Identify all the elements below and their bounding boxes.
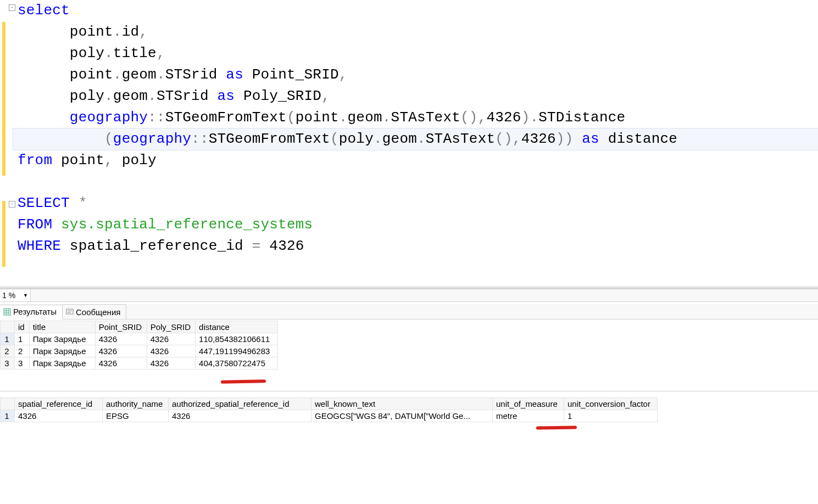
code-line[interactable]: FROM sys.spatial_reference_systems [18,214,818,236]
col-poly-srid[interactable]: Poly_SRID [147,321,195,333]
table-row[interactable]: 3 3 Парк Зарядье 4326 4326 404,375807224… [1,357,278,369]
cell-uom[interactable]: metre [493,410,564,422]
zoom-value: 1 % [2,291,15,300]
col-auth[interactable]: authority_name [103,398,169,410]
col-rownum[interactable] [1,321,15,333]
col-ucf[interactable]: unit_conversion_factor [564,398,658,410]
change-marker [2,201,5,267]
status-bar: 1 % ▼ [0,289,818,302]
cell-wkt[interactable]: GEOGCS["WGS 84", DATUM["World Ge... [311,410,493,422]
tab-results[interactable]: Результаты [0,305,63,320]
cell-distance[interactable]: 110,854382106611 [196,333,278,345]
cell-point-srid[interactable]: 4326 [95,333,147,345]
cell-point-srid[interactable]: 4326 [95,357,147,369]
col-title[interactable]: title [29,321,95,333]
cell-id[interactable]: 1 [15,333,30,345]
col-point-srid[interactable]: Point_SRID [95,321,147,333]
col-uom[interactable]: unit_of_measure [493,398,564,410]
table-row[interactable]: 1 4326 EPSG 4326 GEOGCS["WGS 84", DATUM[… [1,410,658,422]
sql-editor[interactable]: - - select point.id, poly.title, point.g… [0,0,818,257]
outline-toggle-icon[interactable]: - [9,4,15,11]
cell-srid[interactable]: 4326 [15,410,103,422]
zoom-dropdown[interactable]: 1 % ▼ [0,289,31,301]
results-grid-1[interactable]: id title Point_SRID Poly_SRID distance 1… [0,321,818,369]
cell-poly-srid[interactable]: 4326 [147,333,195,345]
grid-icon [3,308,11,316]
tab-messages[interactable]: Сообщения [63,304,126,319]
table-row[interactable]: 2 2 Парк Зарядье 4326 4326 447,191199496… [1,345,278,357]
code-line-current[interactable]: (geography::STGeomFromText(poly.geom.STA… [13,128,818,150]
code-line[interactable]: geography::STGeomFromText(point.geom.STA… [18,107,818,128]
header-row: id title Point_SRID Poly_SRID distance [1,321,278,333]
row-number[interactable]: 3 [1,357,15,369]
code-line[interactable]: SELECT * [18,193,818,214]
cell-title[interactable]: Парк Зарядье [29,345,95,357]
tab-label: Сообщения [76,307,120,317]
tab-label: Результаты [13,307,57,316]
grid-splitter[interactable] [0,391,818,396]
cell-distance[interactable]: 404,37580722475 [196,357,278,369]
cell-title[interactable]: Парк Зарядье [29,333,95,345]
svg-rect-5 [66,309,73,314]
cell-poly-srid[interactable]: 4326 [147,357,195,369]
results-grid-2[interactable]: spatial_reference_id authority_name auth… [0,397,818,422]
annotation-underline [536,425,577,429]
code-line[interactable]: point.id, [18,21,818,43]
editor-gutter: - - [0,0,18,257]
cell-id[interactable]: 2 [15,345,30,357]
code-line[interactable]: select [18,0,818,21]
cell-title[interactable]: Парк Зарядье [29,357,95,369]
code-line[interactable]: poly.geom.STSrid as Poly_SRID, [18,86,818,107]
code-line[interactable]: WHERE spatial_reference_id = 4326 [18,236,818,257]
cell-poly-srid[interactable]: 4326 [147,345,195,357]
col-wkt[interactable]: well_known_text [311,398,493,410]
chevron-down-icon: ▼ [23,293,28,298]
code-line[interactable]: point.geom.STSrid as Point_SRID, [18,64,818,86]
code-line-blank[interactable] [18,171,818,193]
col-rownum[interactable] [1,398,15,410]
code-line[interactable]: from point, poly [18,150,818,171]
cell-auth[interactable]: EPSG [103,410,169,422]
cell-auth-srid[interactable]: 4326 [169,410,311,422]
cell-id[interactable]: 3 [15,357,30,369]
change-marker [2,22,5,176]
cell-ucf[interactable]: 1 [564,410,658,422]
table-row[interactable]: 1 1 Парк Зарядье 4326 4326 110,854382106… [1,333,278,345]
outline-toggle-icon[interactable]: - [9,201,15,208]
message-icon [66,308,74,316]
header-row: spatial_reference_id authority_name auth… [1,398,658,410]
row-number[interactable]: 1 [1,333,15,345]
col-id[interactable]: id [15,321,30,333]
row-number[interactable]: 1 [1,410,15,422]
svg-rect-0 [4,309,10,315]
cell-point-srid[interactable]: 4326 [95,345,147,357]
code-line[interactable]: poly.title, [18,43,818,64]
annotation-underline [221,379,266,383]
col-auth-srid[interactable]: authorized_spatial_reference_id [169,398,311,410]
col-srid[interactable]: spatial_reference_id [15,398,103,410]
cell-distance[interactable]: 447,191199496283 [196,345,278,357]
results-tabs: Результаты Сообщения [0,304,818,320]
row-number[interactable]: 2 [1,345,15,357]
col-distance[interactable]: distance [196,321,278,333]
